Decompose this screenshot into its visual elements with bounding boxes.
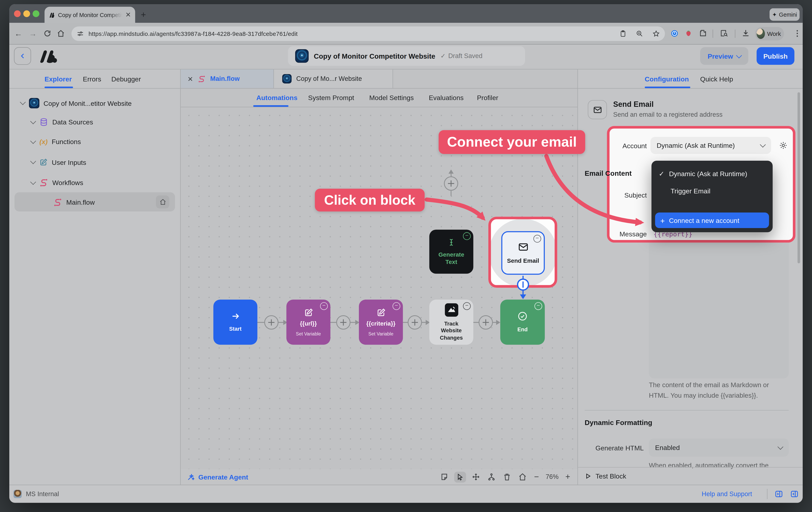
connect-new-account-label: Connect a new account xyxy=(669,216,739,224)
tree-item-data-sources[interactable]: Data Sources xyxy=(31,118,93,127)
extension-strawberry-icon[interactable] xyxy=(685,29,692,37)
home-icon xyxy=(159,198,166,205)
dropdown-option-dynamic[interactable]: Dynamic (Ask at Runtime) xyxy=(659,170,747,178)
zoom-in-button[interactable]: + xyxy=(566,472,570,482)
send-email-output-connector[interactable] xyxy=(508,274,539,301)
node-end[interactable]: End xyxy=(500,300,545,345)
delete-tool-icon[interactable] xyxy=(503,473,511,481)
browser-tab[interactable]: Copy of Monitor Competitor W ✕ xyxy=(45,7,135,23)
toggle-right-panel-icon[interactable] xyxy=(775,490,783,498)
subtab-model-settings[interactable]: Model Settings xyxy=(369,94,414,102)
node-generate-text[interactable]: Generate Text xyxy=(429,230,473,274)
new-tab-button[interactable]: + xyxy=(141,10,146,20)
page-title: Copy of Monitor Competitor Website xyxy=(314,52,435,60)
tab-agent[interactable]: Copy of Mo...r Website xyxy=(274,70,393,88)
text-cursor-icon xyxy=(447,238,456,246)
bookmark-star-icon[interactable] xyxy=(652,30,660,37)
reload-icon[interactable] xyxy=(44,29,51,37)
chevron-down-icon[interactable] xyxy=(30,138,36,144)
annotation-text: Connect your email xyxy=(447,134,577,150)
test-block-button[interactable]: Test Block xyxy=(578,467,803,485)
tree-item-functions[interactable]: (x) Functions xyxy=(31,138,81,145)
back-nav-icon[interactable]: ← xyxy=(14,29,22,38)
subtab-system-prompt[interactable]: System Prompt xyxy=(308,94,354,102)
forward-nav-icon[interactable]: → xyxy=(29,29,37,38)
close-icon[interactable]: ✕ xyxy=(187,75,193,83)
site-settings-icon[interactable] xyxy=(77,30,84,37)
tab-quick-help[interactable]: Quick Help xyxy=(700,75,733,83)
tab-debugger[interactable]: Debugger xyxy=(111,75,141,83)
browser-menu-icon[interactable] xyxy=(793,29,801,38)
clipboard-icon[interactable] xyxy=(619,30,627,37)
tab-configuration[interactable]: Configuration xyxy=(645,75,689,83)
home-view-icon[interactable] xyxy=(518,473,527,481)
generate-html-select[interactable]: Enabled xyxy=(649,438,789,457)
url-bar[interactable]: https://app.mindstudio.ai/agents/fc33987… xyxy=(71,26,665,41)
subtab-profiler[interactable]: Profiler xyxy=(477,94,498,102)
zoom-level[interactable]: 76% xyxy=(546,473,558,481)
tab-main-flow[interactable]: ✕ Main.flow xyxy=(181,70,274,88)
zoom-out-button[interactable]: − xyxy=(534,472,539,482)
workspace-avatar xyxy=(13,490,22,498)
tree-item-workflows[interactable]: Workflows xyxy=(31,178,83,187)
help-and-support-link[interactable]: Help and Support xyxy=(702,490,752,498)
chevron-down-icon[interactable] xyxy=(30,179,36,185)
chevron-down-icon[interactable] xyxy=(20,99,26,105)
browser-profile-chip[interactable]: Work xyxy=(755,27,784,41)
tree-item-user-inputs[interactable]: User Inputs xyxy=(31,158,86,166)
gear-icon[interactable] xyxy=(779,141,788,150)
sticky-note-tool-icon[interactable] xyxy=(440,473,448,481)
chevron-down-icon[interactable] xyxy=(30,158,36,164)
node-set-variable-criteria[interactable]: {{criteria}} Set Variable xyxy=(359,300,403,345)
subtab-evaluations[interactable]: Evaluations xyxy=(429,94,464,102)
tab-close-icon[interactable]: ✕ xyxy=(125,11,131,19)
zoom-page-icon[interactable] xyxy=(636,30,643,37)
publish-button[interactable]: Publish xyxy=(757,47,794,65)
chevron-down-icon[interactable] xyxy=(30,118,36,124)
collapse-badge[interactable] xyxy=(463,302,471,310)
node-label: Start xyxy=(229,326,242,332)
tab-errors[interactable]: Errors xyxy=(83,75,102,83)
move-tool-icon[interactable] xyxy=(472,473,480,481)
preview-button[interactable]: Preview xyxy=(700,47,748,65)
toggle-left-panel-icon[interactable] xyxy=(790,490,799,498)
password-manager-icon[interactable] xyxy=(671,29,678,37)
tree-item-mainflow-content[interactable]: Main.flow xyxy=(53,198,95,207)
cursor-tool-icon xyxy=(457,473,464,481)
url-text[interactable]: https://app.mindstudio.ai/agents/fc33987… xyxy=(88,30,615,37)
message-textarea[interactable] xyxy=(649,228,789,378)
search-tabs-icon[interactable] xyxy=(720,29,728,37)
generate-agent-button[interactable]: Generate Agent xyxy=(187,473,248,481)
subtab-automations[interactable]: Automations xyxy=(256,94,297,102)
close-window-button[interactable] xyxy=(14,10,21,17)
status-bar xyxy=(9,485,803,503)
gemini-button[interactable]: Gemini xyxy=(770,8,800,21)
account-select[interactable]: Dynamic (Ask at Runtime) xyxy=(650,137,771,154)
dropdown-option-trigger-email[interactable]: Trigger Email xyxy=(671,187,710,195)
back-button[interactable] xyxy=(14,47,31,65)
node-start[interactable]: Start xyxy=(213,300,257,345)
collapse-badge[interactable] xyxy=(320,302,328,310)
panel-scrollbar[interactable] xyxy=(798,92,800,263)
auto-layout-tool-icon[interactable] xyxy=(487,473,496,481)
collapse-badge[interactable] xyxy=(393,302,400,310)
collapse-badge[interactable] xyxy=(463,232,471,240)
downloads-icon[interactable] xyxy=(742,29,750,37)
node-track-website-changes[interactable]: Track Website Changes xyxy=(429,300,473,345)
workspace-name[interactable]: MS Internal xyxy=(26,490,59,498)
select-tool-active[interactable] xyxy=(454,471,466,482)
connect-new-account-button[interactable]: Connect a new account xyxy=(655,213,769,228)
extensions-puzzle-icon[interactable] xyxy=(699,29,707,37)
tree-item-root[interactable]: Copy of Monit...etitor Website xyxy=(21,98,132,108)
zoom-window-button[interactable] xyxy=(33,10,39,17)
minimize-window-button[interactable] xyxy=(23,10,30,17)
mindstudio-logo[interactable] xyxy=(39,49,58,63)
home-icon[interactable] xyxy=(57,29,65,37)
browser-window: Copy of Monitor Competitor W ✕ + Gemini … xyxy=(9,4,803,503)
node-set-variable-url[interactable]: {{url}} Set Variable xyxy=(286,300,330,345)
node-sublabel: Set Variable xyxy=(296,331,321,336)
mainflow-home-badge[interactable] xyxy=(156,195,169,208)
tab-explorer[interactable]: Explorer xyxy=(45,75,72,83)
agent-title-pill[interactable]: Copy of Monitor Competitor Website Draft… xyxy=(288,46,525,66)
collapse-badge[interactable] xyxy=(534,302,542,310)
